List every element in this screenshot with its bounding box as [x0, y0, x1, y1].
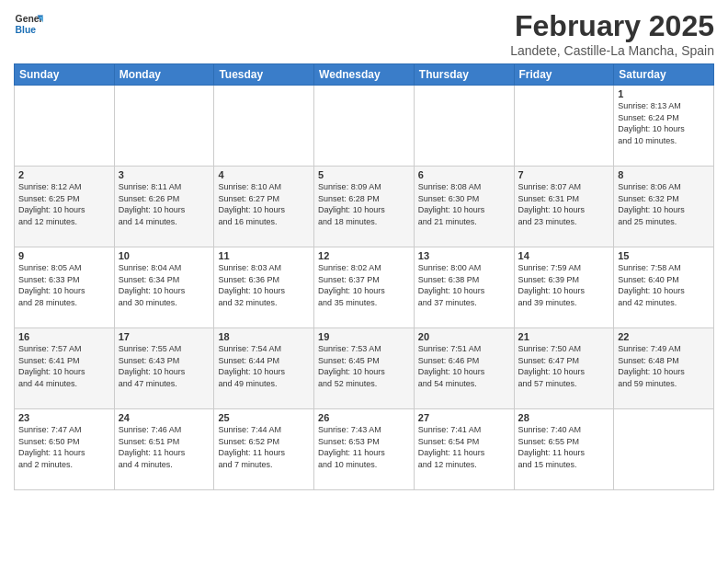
day-number: 10: [119, 250, 210, 261]
day-cell: 27Sunrise: 7:41 AM Sunset: 6:54 PM Dayli…: [414, 409, 514, 490]
day-number: 18: [218, 331, 310, 342]
day-info: Sunrise: 7:58 AM Sunset: 6:40 PM Dayligh…: [618, 262, 710, 308]
header-day-friday: Friday: [514, 64, 614, 86]
header-day-saturday: Saturday: [614, 64, 714, 86]
header-day-tuesday: Tuesday: [214, 64, 314, 86]
day-cell: 23Sunrise: 7:47 AM Sunset: 6:50 PM Dayli…: [15, 409, 115, 490]
day-info: Sunrise: 8:11 AM Sunset: 6:26 PM Dayligh…: [119, 181, 210, 227]
day-number: 1: [618, 88, 710, 99]
header-day-thursday: Thursday: [414, 64, 514, 86]
day-info: Sunrise: 7:51 AM Sunset: 6:46 PM Dayligh…: [418, 343, 510, 389]
day-number: 8: [618, 169, 710, 180]
day-cell: 16Sunrise: 7:57 AM Sunset: 6:41 PM Dayli…: [15, 328, 115, 409]
week-row-2: 9Sunrise: 8:05 AM Sunset: 6:33 PM Daylig…: [15, 247, 714, 328]
day-cell: [414, 86, 514, 167]
day-info: Sunrise: 7:44 AM Sunset: 6:52 PM Dayligh…: [218, 424, 310, 470]
day-info: Sunrise: 8:09 AM Sunset: 6:28 PM Dayligh…: [318, 181, 410, 227]
day-info: Sunrise: 7:50 AM Sunset: 6:47 PM Dayligh…: [518, 343, 610, 389]
day-cell: 8Sunrise: 8:06 AM Sunset: 6:32 PM Daylig…: [614, 167, 714, 247]
day-number: 3: [119, 169, 210, 180]
day-number: 16: [18, 331, 110, 342]
day-info: Sunrise: 8:04 AM Sunset: 6:34 PM Dayligh…: [119, 262, 210, 308]
day-info: Sunrise: 7:53 AM Sunset: 6:45 PM Dayligh…: [318, 343, 410, 389]
logo: General Blue: [14, 9, 43, 39]
day-cell: [114, 86, 214, 167]
day-number: 24: [119, 412, 210, 423]
week-row-4: 23Sunrise: 7:47 AM Sunset: 6:50 PM Dayli…: [15, 409, 714, 490]
week-row-0: 1Sunrise: 8:13 AM Sunset: 6:24 PM Daylig…: [15, 86, 714, 167]
day-number: 6: [418, 169, 510, 180]
day-cell: 6Sunrise: 8:08 AM Sunset: 6:30 PM Daylig…: [414, 167, 514, 247]
day-number: 2: [18, 169, 110, 180]
day-info: Sunrise: 8:07 AM Sunset: 6:31 PM Dayligh…: [518, 181, 610, 227]
week-row-1: 2Sunrise: 8:12 AM Sunset: 6:25 PM Daylig…: [15, 167, 714, 247]
day-cell: 9Sunrise: 8:05 AM Sunset: 6:33 PM Daylig…: [15, 247, 115, 328]
day-number: 4: [218, 169, 310, 180]
day-cell: 12Sunrise: 8:02 AM Sunset: 6:37 PM Dayli…: [314, 247, 415, 328]
day-number: 23: [18, 412, 110, 423]
calendar-subtitle: Landete, Castille-La Mancha, Spain: [510, 43, 714, 58]
day-number: 9: [18, 250, 110, 261]
day-info: Sunrise: 8:08 AM Sunset: 6:30 PM Dayligh…: [418, 181, 510, 227]
day-number: 19: [318, 331, 410, 342]
day-info: Sunrise: 7:47 AM Sunset: 6:50 PM Dayligh…: [18, 424, 110, 470]
day-info: Sunrise: 8:13 AM Sunset: 6:24 PM Dayligh…: [618, 100, 710, 146]
header: General Blue February 2025 Landete, Cast…: [14, 9, 714, 58]
day-info: Sunrise: 8:12 AM Sunset: 6:25 PM Dayligh…: [18, 181, 110, 227]
day-cell: 28Sunrise: 7:40 AM Sunset: 6:55 PM Dayli…: [514, 409, 614, 490]
header-row: SundayMondayTuesdayWednesdayThursdayFrid…: [15, 64, 714, 86]
day-number: 14: [518, 250, 610, 261]
day-cell: 13Sunrise: 8:00 AM Sunset: 6:38 PM Dayli…: [414, 247, 514, 328]
day-cell: 14Sunrise: 7:59 AM Sunset: 6:39 PM Dayli…: [514, 247, 614, 328]
day-info: Sunrise: 7:57 AM Sunset: 6:41 PM Dayligh…: [18, 343, 110, 389]
day-info: Sunrise: 7:54 AM Sunset: 6:44 PM Dayligh…: [218, 343, 310, 389]
day-cell: 1Sunrise: 8:13 AM Sunset: 6:24 PM Daylig…: [614, 86, 714, 167]
title-block: February 2025 Landete, Castille-La Manch…: [510, 9, 714, 58]
day-cell: 18Sunrise: 7:54 AM Sunset: 6:44 PM Dayli…: [214, 328, 314, 409]
week-row-3: 16Sunrise: 7:57 AM Sunset: 6:41 PM Dayli…: [15, 328, 714, 409]
day-cell: 10Sunrise: 8:04 AM Sunset: 6:34 PM Dayli…: [114, 247, 214, 328]
day-number: 17: [119, 331, 210, 342]
day-info: Sunrise: 7:46 AM Sunset: 6:51 PM Dayligh…: [119, 424, 210, 470]
svg-text:Blue: Blue: [16, 25, 37, 35]
day-cell: 7Sunrise: 8:07 AM Sunset: 6:31 PM Daylig…: [514, 167, 614, 247]
calendar-header: SundayMondayTuesdayWednesdayThursdayFrid…: [15, 64, 714, 86]
day-cell: 19Sunrise: 7:53 AM Sunset: 6:45 PM Dayli…: [314, 328, 415, 409]
day-number: 27: [418, 412, 510, 423]
day-cell: 11Sunrise: 8:03 AM Sunset: 6:36 PM Dayli…: [214, 247, 314, 328]
day-number: 21: [518, 331, 610, 342]
day-number: 13: [418, 250, 510, 261]
day-info: Sunrise: 7:55 AM Sunset: 6:43 PM Dayligh…: [119, 343, 210, 389]
day-info: Sunrise: 7:43 AM Sunset: 6:53 PM Dayligh…: [318, 424, 410, 470]
day-cell: [514, 86, 614, 167]
day-number: 20: [418, 331, 510, 342]
day-cell: 20Sunrise: 7:51 AM Sunset: 6:46 PM Dayli…: [414, 328, 514, 409]
day-number: 15: [618, 250, 710, 261]
day-info: Sunrise: 7:40 AM Sunset: 6:55 PM Dayligh…: [518, 424, 610, 470]
day-cell: [314, 86, 415, 167]
day-cell: 4Sunrise: 8:10 AM Sunset: 6:27 PM Daylig…: [214, 167, 314, 247]
day-number: 28: [518, 412, 610, 423]
day-cell: 17Sunrise: 7:55 AM Sunset: 6:43 PM Dayli…: [114, 328, 214, 409]
header-day-sunday: Sunday: [15, 64, 115, 86]
day-info: Sunrise: 8:10 AM Sunset: 6:27 PM Dayligh…: [218, 181, 310, 227]
day-cell: 26Sunrise: 7:43 AM Sunset: 6:53 PM Dayli…: [314, 409, 415, 490]
logo-icon: General Blue: [14, 9, 43, 39]
day-info: Sunrise: 8:06 AM Sunset: 6:32 PM Dayligh…: [618, 181, 710, 227]
day-info: Sunrise: 8:02 AM Sunset: 6:37 PM Dayligh…: [318, 262, 410, 308]
day-info: Sunrise: 8:00 AM Sunset: 6:38 PM Dayligh…: [418, 262, 510, 308]
day-info: Sunrise: 7:49 AM Sunset: 6:48 PM Dayligh…: [618, 343, 710, 389]
day-cell: 2Sunrise: 8:12 AM Sunset: 6:25 PM Daylig…: [15, 167, 115, 247]
day-cell: 3Sunrise: 8:11 AM Sunset: 6:26 PM Daylig…: [114, 167, 214, 247]
day-cell: [15, 86, 115, 167]
day-info: Sunrise: 7:41 AM Sunset: 6:54 PM Dayligh…: [418, 424, 510, 470]
day-cell: 24Sunrise: 7:46 AM Sunset: 6:51 PM Dayli…: [114, 409, 214, 490]
day-cell: 22Sunrise: 7:49 AM Sunset: 6:48 PM Dayli…: [614, 328, 714, 409]
day-cell: 21Sunrise: 7:50 AM Sunset: 6:47 PM Dayli…: [514, 328, 614, 409]
day-number: 25: [218, 412, 310, 423]
day-cell: [614, 409, 714, 490]
calendar-table: SundayMondayTuesdayWednesdayThursdayFrid…: [14, 63, 714, 490]
day-number: 22: [618, 331, 710, 342]
day-number: 7: [518, 169, 610, 180]
day-number: 12: [318, 250, 410, 261]
